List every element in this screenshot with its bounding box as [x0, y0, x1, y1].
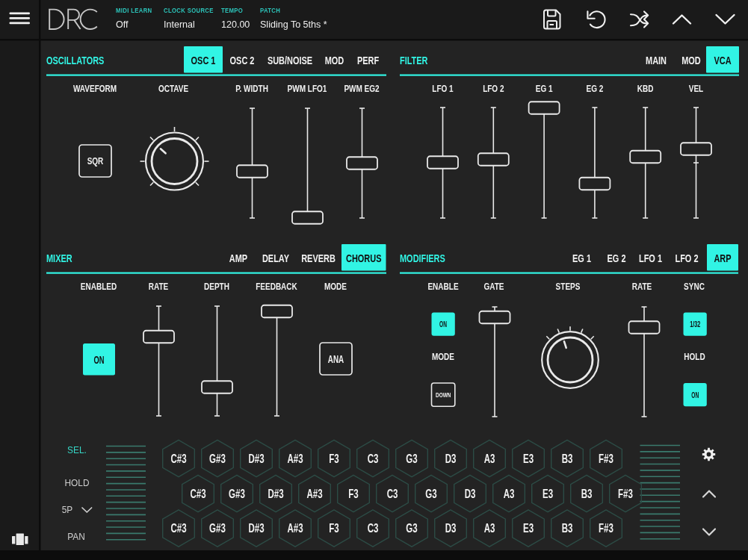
- svg-text:ENABLED: ENABLED: [81, 281, 117, 292]
- svg-text:FEEDBACK: FEEDBACK: [256, 281, 297, 292]
- svg-text:MIXER: MIXER: [46, 252, 72, 265]
- svg-text:CHORUS: CHORUS: [346, 252, 382, 264]
- svg-text:F3: F3: [329, 452, 339, 465]
- svg-text:ON: ON: [439, 320, 447, 329]
- svg-text:D#3: D#3: [248, 452, 264, 465]
- svg-text:C#3: C#3: [170, 452, 186, 465]
- svg-text:LFO 2: LFO 2: [675, 252, 698, 265]
- svg-text:OCTAVE: OCTAVE: [158, 82, 188, 93]
- svg-text:OSC 1: OSC 1: [191, 54, 216, 66]
- svg-text:KBD: KBD: [637, 82, 654, 93]
- svg-text:CLOCK SOURCE: CLOCK SOURCE: [164, 7, 214, 15]
- svg-text:MODIFIERS: MODIFIERS: [400, 252, 445, 265]
- svg-text:LFO 2: LFO 2: [483, 82, 504, 93]
- svg-text:C#3: C#3: [170, 521, 186, 535]
- svg-text:LFO 1: LFO 1: [639, 252, 662, 265]
- svg-text:PATCH: PATCH: [260, 7, 280, 15]
- svg-text:G3: G3: [406, 452, 418, 465]
- svg-text:SUB/NOISE: SUB/NOISE: [268, 55, 312, 67]
- svg-text:E3: E3: [543, 487, 553, 500]
- svg-text:MOD: MOD: [681, 55, 701, 67]
- svg-text:Off: Off: [116, 18, 129, 30]
- svg-text:C3: C3: [387, 487, 398, 500]
- svg-text:D3: D3: [465, 487, 476, 500]
- svg-text:D#3: D#3: [268, 487, 283, 500]
- svg-text:A#3: A#3: [287, 452, 303, 465]
- svg-text:D#3: D#3: [248, 521, 264, 535]
- svg-text:MODE: MODE: [324, 281, 347, 292]
- svg-text:1/32: 1/32: [690, 320, 700, 328]
- svg-text:EG 2: EG 2: [608, 252, 626, 265]
- svg-text:REVERB: REVERB: [301, 252, 336, 265]
- svg-text:PERF: PERF: [357, 55, 379, 67]
- svg-text:DEPTH: DEPTH: [204, 281, 229, 292]
- svg-text:EG 1: EG 1: [572, 252, 591, 265]
- svg-text:VCA: VCA: [714, 54, 732, 66]
- svg-text:LFO 1: LFO 1: [432, 82, 454, 93]
- svg-text:WAVEFORM: WAVEFORM: [73, 82, 117, 93]
- svg-text:120.00: 120.00: [221, 18, 250, 30]
- svg-text:D3: D3: [445, 521, 457, 535]
- svg-text:C3: C3: [368, 521, 379, 535]
- svg-text:STEPS: STEPS: [556, 281, 581, 292]
- svg-text:F3: F3: [329, 521, 339, 535]
- svg-text:ON: ON: [94, 354, 105, 367]
- svg-text:Internal: Internal: [164, 18, 195, 30]
- svg-text:EG 1: EG 1: [536, 82, 553, 93]
- svg-text:5P: 5P: [62, 505, 73, 515]
- svg-text:TEMPO: TEMPO: [221, 7, 243, 15]
- svg-text:ON: ON: [691, 391, 699, 399]
- svg-text:F3: F3: [348, 487, 359, 500]
- svg-text:G3: G3: [406, 521, 418, 535]
- svg-text:PAN: PAN: [67, 532, 85, 542]
- svg-text:PWM EG2: PWM EG2: [344, 82, 379, 93]
- svg-text:P. WIDTH: P. WIDTH: [235, 82, 268, 93]
- svg-text:G#3: G#3: [209, 521, 226, 535]
- svg-text:SYNC: SYNC: [684, 281, 705, 292]
- svg-text:HOLD: HOLD: [684, 351, 705, 362]
- svg-text:A3: A3: [504, 487, 515, 500]
- svg-text:RATE: RATE: [149, 281, 169, 292]
- svg-text:D3: D3: [445, 452, 457, 465]
- svg-text:F#3: F#3: [599, 521, 613, 535]
- svg-text:C3: C3: [368, 452, 379, 465]
- svg-text:ANA: ANA: [328, 353, 344, 365]
- svg-text:MOD: MOD: [325, 55, 344, 67]
- svg-text:A#3: A#3: [287, 521, 303, 535]
- svg-text:Sliding To 5ths *: Sliding To 5ths *: [260, 18, 327, 30]
- svg-text:AMP: AMP: [229, 252, 248, 265]
- svg-text:E3: E3: [523, 452, 534, 465]
- svg-text:ENABLE: ENABLE: [427, 281, 458, 292]
- svg-text:DOWN: DOWN: [436, 391, 451, 399]
- svg-text:PWM LFO1: PWM LFO1: [288, 82, 327, 93]
- svg-text:G3: G3: [425, 487, 437, 500]
- svg-text:HOLD: HOLD: [65, 478, 90, 488]
- svg-text:RATE: RATE: [632, 281, 652, 292]
- svg-text:MIDI LEARN: MIDI LEARN: [116, 7, 152, 15]
- svg-text:F#3: F#3: [599, 452, 613, 465]
- svg-text:SQR: SQR: [87, 155, 104, 167]
- svg-text:MODE: MODE: [432, 351, 454, 362]
- svg-text:C#3: C#3: [190, 487, 205, 500]
- svg-text:FILTER: FILTER: [400, 55, 428, 67]
- svg-text:G#3: G#3: [209, 452, 226, 465]
- svg-text:GATE: GATE: [483, 281, 504, 292]
- svg-text:F#3: F#3: [618, 487, 633, 500]
- svg-text:B3: B3: [562, 521, 573, 535]
- svg-text:B3: B3: [581, 487, 593, 500]
- svg-text:B3: B3: [562, 452, 573, 465]
- svg-text:MAIN: MAIN: [646, 55, 667, 67]
- svg-text:E3: E3: [523, 521, 534, 535]
- svg-text:VEL: VEL: [689, 82, 703, 93]
- svg-text:ARP: ARP: [714, 252, 731, 264]
- svg-text:OSC 2: OSC 2: [230, 55, 255, 67]
- svg-text:A3: A3: [484, 452, 495, 465]
- svg-text:SEL.: SEL.: [67, 445, 87, 455]
- svg-text:OSCILLATORS: OSCILLATORS: [46, 55, 105, 67]
- svg-text:G#3: G#3: [229, 487, 245, 500]
- svg-text:A3: A3: [484, 521, 495, 535]
- svg-text:A#3: A#3: [306, 487, 322, 500]
- svg-text:DELAY: DELAY: [262, 252, 289, 265]
- svg-text:EG 2: EG 2: [587, 82, 604, 93]
